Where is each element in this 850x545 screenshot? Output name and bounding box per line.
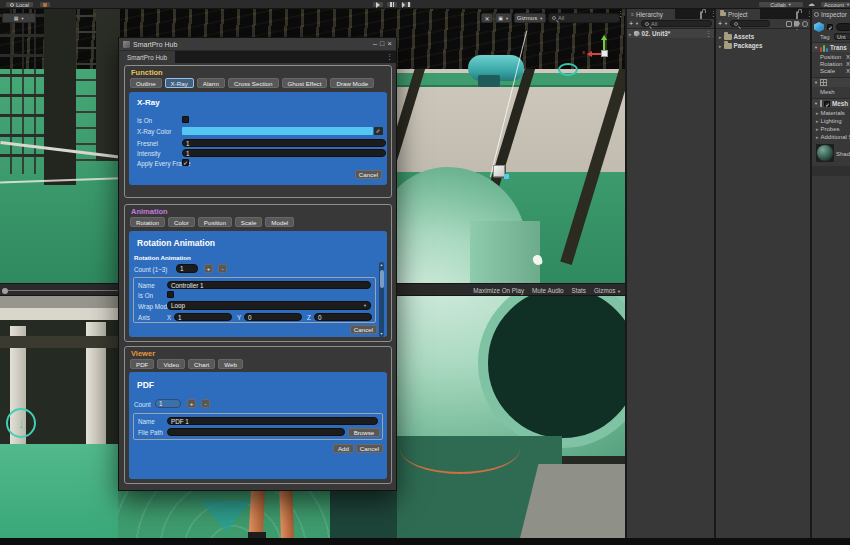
- minimize-button[interactable]: –: [373, 40, 377, 48]
- collab-button[interactable]: Collab▼: [758, 1, 804, 8]
- add-object-button[interactable]: +: [629, 20, 633, 27]
- tab-smartpro-hub[interactable]: SmartPro Hub: [119, 51, 175, 63]
- tab-rotation[interactable]: Rotation: [130, 217, 165, 227]
- tab-draw-mode[interactable]: Draw Mode: [330, 78, 374, 88]
- animation-scrollbar[interactable]: ▲ ▼: [379, 262, 384, 337]
- tab-cross-section[interactable]: Cross Section: [228, 78, 279, 88]
- wrap-mode-dropdown[interactable]: Loop▼: [167, 301, 371, 310]
- tab-scale[interactable]: Scale: [235, 217, 262, 227]
- fresnel-input[interactable]: [182, 139, 386, 147]
- tab-project[interactable]: Project: [716, 9, 760, 19]
- scale-slider-handle[interactable]: [2, 288, 8, 294]
- waypoint-gizmo[interactable]: ↓: [6, 408, 36, 438]
- tab-web[interactable]: Web: [218, 359, 243, 369]
- gameobject-name-field[interactable]: [836, 23, 850, 31]
- pdf-count-minus-button[interactable]: -: [201, 399, 210, 408]
- account-button[interactable]: Account▼: [820, 1, 850, 8]
- project-row-assets[interactable]: ▸ Assets: [716, 32, 810, 41]
- hierarchy-scene-row[interactable]: ▸ 02. Unit3* ⋮: [627, 29, 714, 38]
- mesh-renderer-header[interactable]: ▼ Mesh: [812, 98, 850, 108]
- cloud-icon[interactable]: ☁: [808, 0, 815, 7]
- renderer-enabled-checkbox[interactable]: [824, 101, 830, 107]
- scene-menu-kebab-icon[interactable]: ⋮: [617, 10, 624, 17]
- tab-model[interactable]: Model: [265, 217, 294, 227]
- expand-arrow-icon[interactable]: ▸: [629, 31, 632, 37]
- tag-dropdown[interactable]: Unt: [834, 33, 850, 40]
- pdf-count-input[interactable]: [155, 399, 181, 408]
- renderer-section[interactable]: ▸Lighting: [816, 118, 842, 124]
- play-button[interactable]: [372, 1, 384, 8]
- viewer-cancel-button[interactable]: Cancel: [356, 444, 383, 453]
- tab-color[interactable]: Color: [168, 217, 195, 227]
- tab-video[interactable]: Video: [157, 359, 185, 369]
- count-plus-button[interactable]: +: [204, 264, 213, 273]
- project-row-packages[interactable]: ▸ Packages: [716, 41, 810, 50]
- local-pivot-button[interactable]: Local: [5, 1, 34, 8]
- material-preview[interactable]: [816, 144, 834, 162]
- controller-name-input[interactable]: [167, 281, 371, 289]
- axis-y-input[interactable]: [244, 313, 302, 321]
- project-search-field[interactable]: [730, 20, 770, 27]
- apply-every-frame-checkbox[interactable]: [182, 159, 189, 166]
- axis-z-input[interactable]: [314, 313, 372, 321]
- tab-position[interactable]: Position: [198, 217, 232, 227]
- scroll-down-icon[interactable]: ▼: [379, 332, 384, 336]
- hierarchy-search-field[interactable]: All: [641, 20, 712, 27]
- scroll-up-icon[interactable]: ▲: [379, 263, 384, 267]
- renderer-section[interactable]: ▸Materials: [816, 110, 845, 116]
- scene-search-field[interactable]: All: [548, 13, 620, 23]
- step-button[interactable]: [400, 1, 412, 8]
- tab-ghost-effect[interactable]: Ghost Effect: [282, 78, 328, 88]
- window-menu-kebab-icon[interactable]: ⋮: [386, 53, 393, 60]
- pause-button[interactable]: [386, 1, 398, 8]
- game-gizmos-button[interactable]: Gizmos ▼: [594, 287, 621, 294]
- expand-arrow-icon[interactable]: ▸: [719, 34, 722, 40]
- tab-inspector[interactable]: Inspector: [812, 9, 850, 19]
- tab-pdf[interactable]: PDF: [130, 359, 154, 369]
- maximize-on-play-button[interactable]: Maximize On Play: [473, 287, 524, 294]
- renderer-section[interactable]: ▸Probes: [816, 126, 840, 132]
- orientation-gizmo[interactable]: x: [584, 35, 620, 61]
- active-checkbox[interactable]: [827, 24, 833, 30]
- mute-audio-button[interactable]: Mute Audio: [532, 287, 564, 294]
- transform-header[interactable]: ▼ Trans: [812, 42, 850, 52]
- tab-xray[interactable]: X-Ray: [165, 78, 194, 88]
- renderer-section[interactable]: ▸Additional S: [816, 134, 850, 140]
- hidden-packages-icon[interactable]: [802, 21, 808, 27]
- count-input[interactable]: [176, 264, 198, 273]
- custom-tool-button[interactable]: [39, 1, 51, 8]
- search-by-type-icon[interactable]: [786, 21, 792, 27]
- close-button[interactable]: ×: [387, 40, 392, 48]
- intensity-input[interactable]: [182, 149, 386, 157]
- draw-mode-dropdown[interactable]: ▦▼: [2, 13, 36, 23]
- pdf-count-plus-button[interactable]: +: [187, 399, 196, 408]
- scene-gizmos-button[interactable]: Gizmos▼: [514, 13, 546, 23]
- tab-hierarchy[interactable]: ≡ Hierarchy: [627, 9, 675, 19]
- is-on-checkbox[interactable]: [182, 116, 189, 123]
- pdf-name-input[interactable]: [167, 417, 378, 425]
- xray-cancel-button[interactable]: Cancel: [355, 170, 382, 179]
- axis-x-input[interactable]: [174, 313, 232, 321]
- anim-is-on-checkbox[interactable]: [167, 291, 174, 298]
- search-by-label-icon[interactable]: [794, 21, 800, 27]
- file-path-input[interactable]: [167, 428, 345, 436]
- tool-settings-button[interactable]: ✕: [481, 13, 493, 23]
- expand-arrow-icon[interactable]: ▸: [719, 43, 722, 49]
- browse-button[interactable]: Browse: [348, 428, 380, 437]
- tab-outline[interactable]: Outline: [130, 78, 162, 88]
- tab-alarm[interactable]: Alarm: [197, 78, 225, 88]
- tab-chart[interactable]: Chart: [188, 359, 215, 369]
- maximize-button[interactable]: □: [380, 40, 384, 48]
- mesh-filter-header[interactable]: ▼: [812, 77, 850, 87]
- count-minus-button[interactable]: -: [218, 264, 227, 273]
- scrollbar-thumb[interactable]: [380, 270, 384, 288]
- window-titlebar[interactable]: SmartPro Hub – □ ×: [119, 38, 396, 51]
- add-asset-button[interactable]: +: [718, 20, 722, 27]
- stats-button[interactable]: Stats: [572, 287, 586, 294]
- add-button[interactable]: Add: [333, 444, 354, 453]
- xray-color-bar[interactable]: [182, 127, 373, 135]
- camera-dropdown[interactable]: ▣▼: [495, 13, 512, 23]
- row-kebab-icon[interactable]: ⋮: [705, 30, 712, 37]
- eyedropper-button[interactable]: ✎: [374, 127, 383, 135]
- animation-cancel-button[interactable]: Cancel: [350, 325, 377, 334]
